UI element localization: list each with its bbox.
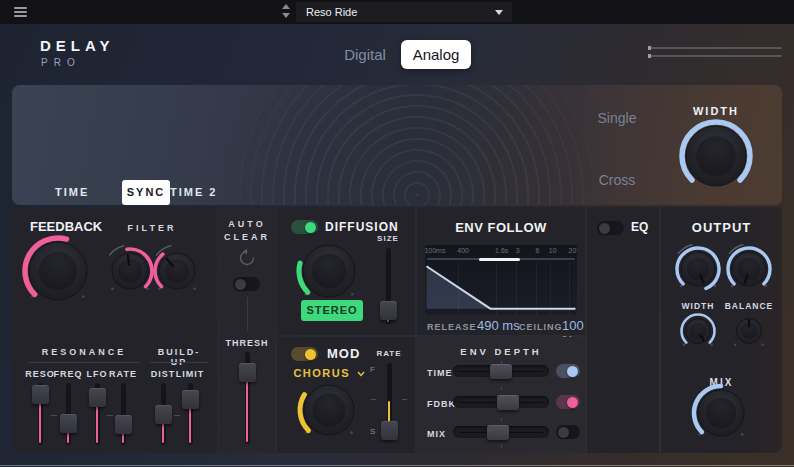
link-dash (107, 415, 113, 416)
output-title: OUTPUT (661, 220, 782, 235)
link-dash (174, 415, 180, 416)
eq-label: EQ (631, 220, 648, 234)
output-mix-knob[interactable] (688, 380, 754, 450)
output-balance-knob[interactable] (727, 309, 772, 358)
reso-slider[interactable] (31, 383, 49, 445)
size-slider[interactable] (379, 248, 397, 324)
env-follow-graph[interactable]: 100ms4001.6s361020 (425, 245, 577, 315)
eq-panel: EQ (587, 207, 659, 453)
mod-toggle[interactable] (291, 347, 318, 361)
output-meter-right (648, 55, 782, 57)
mod-depth-knob[interactable] (294, 375, 364, 449)
env-time-toggle[interactable] (556, 364, 580, 378)
divider (247, 297, 248, 331)
divider (28, 362, 140, 363)
stereo-badge[interactable]: STEREO (301, 300, 363, 321)
center-tick (501, 387, 502, 390)
axis-tick-label: 1.6s (495, 247, 508, 254)
env-mix-toggle[interactable] (556, 425, 580, 439)
preset-selector[interactable]: Reso Ride (296, 2, 512, 22)
axis-tick-label: 3 (516, 247, 520, 254)
env-curve-fill (427, 266, 576, 308)
fast-label: F (370, 365, 375, 374)
autoclear-panel: AUTO CLEAR THRESH (219, 207, 275, 453)
mod-title: MOD (327, 346, 360, 361)
env-fdbk-toggle[interactable] (556, 395, 580, 409)
env-depth-title: ENV DEPTH (417, 346, 585, 357)
env-zoom-handle[interactable] (479, 258, 520, 261)
release-value[interactable]: 490 ms (477, 318, 520, 333)
feedback-knob[interactable] (19, 232, 97, 314)
mid-dash (371, 399, 376, 400)
output-panel: OUTPUT WIDTH BALANCE MIX (661, 207, 782, 453)
center-tick (501, 445, 502, 448)
ceiling-label: CEILING (519, 322, 563, 332)
lfo-slider[interactable] (88, 383, 106, 445)
mod-rate-label: RATE (374, 349, 404, 358)
env-follow-title: ENV FOLLOW (417, 220, 585, 235)
mode-analog-button[interactable]: Analog (401, 40, 471, 69)
mid-dash (402, 399, 407, 400)
output-meter-left (648, 47, 782, 49)
logo-delay: DELAY (40, 37, 114, 54)
env-zoom-scrollbar[interactable] (427, 258, 575, 260)
output-level-left-knob[interactable] (671, 242, 725, 300)
delay-time-panel: TIME SYNC TIME 2 1/8D 1/8 Single Dual Cr… (12, 85, 782, 205)
output-width-knob[interactable] (676, 309, 721, 358)
autoclear-toggle[interactable] (233, 277, 260, 291)
env-curve (425, 262, 577, 315)
tab-sync[interactable]: SYNC (122, 180, 170, 205)
divider (150, 362, 208, 363)
diffusion-toggle[interactable] (291, 220, 318, 234)
resonance-title: RESONANCE (28, 347, 140, 357)
autoclear-title-2: CLEAR (219, 232, 275, 242)
axis-tick-label: 10 (549, 247, 557, 254)
logo-pro: PRO (41, 57, 81, 68)
tab-time[interactable]: TIME (55, 186, 89, 198)
axis-tick-label: 100ms (425, 247, 445, 254)
autoclear-title-1: AUTO (219, 219, 275, 229)
dist-slider[interactable] (154, 383, 172, 445)
tab-time2[interactable]: TIME 2 (170, 186, 217, 198)
rate-label: RATE (105, 369, 141, 379)
refresh-icon[interactable] (236, 247, 258, 269)
release-label: RELEASE (427, 322, 479, 332)
preset-prev-icon[interactable] (282, 4, 290, 9)
mod-rate-slider[interactable] (380, 363, 398, 439)
limit-slider[interactable] (181, 383, 199, 445)
env-depth-panel: ENV DEPTH TIME FDBK MIX (417, 337, 585, 453)
eq-toggle[interactable] (597, 221, 624, 235)
filter-title: FILTER (112, 223, 192, 233)
size-label: SIZE (373, 234, 403, 243)
env-time-slider[interactable] (453, 364, 549, 378)
output-level-right-knob[interactable] (722, 242, 776, 300)
diffusion-title: DIFFUSION (325, 220, 399, 234)
slow-label: S (370, 427, 375, 436)
preset-next-icon[interactable] (282, 13, 290, 18)
mode-digital-button[interactable]: Digital (330, 46, 400, 63)
thresh-slider[interactable] (238, 352, 256, 444)
chevron-down-icon (495, 10, 503, 15)
preset-name: Reso Ride (306, 6, 357, 18)
feedback-panel: FEEDBACK FILTER RESONANCE BUILD-UP RESO … (12, 207, 217, 453)
route-cross[interactable]: Cross (587, 172, 647, 188)
env-mix-slider[interactable] (453, 425, 549, 439)
axis-tick-label: 20 (569, 247, 577, 254)
vinyl-texture (217, 85, 617, 205)
plugin-window: Reso Ride DELAY PRO Digital Analog TIME … (0, 0, 794, 467)
axis-tick-label: 6 (536, 247, 540, 254)
preset-stepper (282, 4, 292, 20)
center-tick (501, 418, 502, 421)
route-single[interactable]: Single (587, 110, 647, 126)
env-axis: 100ms4001.6s361020 (425, 247, 577, 256)
width-knob[interactable] (676, 116, 756, 200)
menu-icon[interactable] (14, 7, 27, 17)
filter-highpass-knob[interactable] (149, 243, 205, 303)
env-fdbk-slider[interactable] (453, 395, 549, 409)
mod-panel: MOD CHORUS RATE F S (277, 337, 415, 453)
freq-slider[interactable] (59, 383, 77, 445)
thresh-label: THRESH (219, 338, 275, 348)
axis-tick-label: 400 (457, 247, 469, 254)
env-follow-panel: ENV FOLLOW 100ms4001.6s361020 RELEASE 49… (417, 207, 585, 335)
rate-slider[interactable] (114, 383, 132, 445)
